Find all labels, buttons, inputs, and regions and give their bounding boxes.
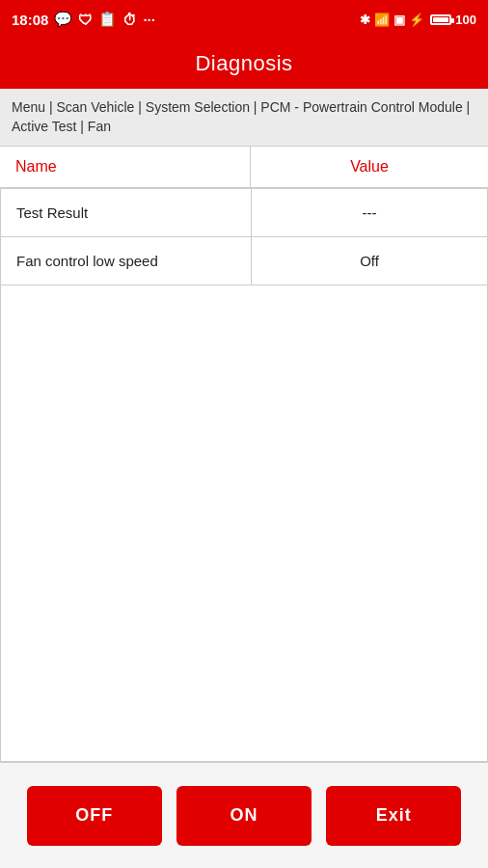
bluetooth-icon: ✱ [360, 13, 370, 27]
note-icon: 📋 [98, 11, 117, 28]
row-2-value: Off [252, 237, 487, 285]
time-display: 18:08 [12, 12, 48, 28]
wifi-icon: 📶 [374, 13, 390, 27]
row-1-value: --- [252, 189, 487, 236]
status-bar: 18:08 💬 🛡 📋 ⏱ ··· ✱ 📶 ▣ ⚡ 100 [0, 0, 488, 39]
table-body: Test Result --- Fan control low speed Of… [0, 189, 488, 762]
clock-icon: ⏱ [122, 12, 137, 28]
row-1-name: Test Result [1, 189, 252, 236]
battery-icon [430, 14, 451, 25]
menu-dots-icon: ··· [143, 12, 155, 28]
column-value-header: Value [251, 147, 488, 187]
on-button[interactable]: ON [176, 786, 312, 846]
status-right: ✱ 📶 ▣ ⚡ 100 [360, 13, 476, 27]
off-button[interactable]: OFF [27, 786, 162, 846]
exit-button[interactable]: Exit [326, 786, 461, 846]
status-left: 18:08 💬 🛡 📋 ⏱ ··· [12, 11, 155, 28]
message-icon: 💬 [54, 11, 72, 28]
signal-icon: ▣ [393, 13, 405, 27]
table-header: Name Value [0, 147, 488, 189]
column-name-header: Name [0, 147, 251, 187]
table-row: Fan control low speed Off [1, 237, 487, 285]
table-row: Test Result --- [1, 189, 487, 237]
shield-icon: 🛡 [78, 12, 93, 28]
app-header: Diagnosis [0, 39, 488, 89]
bottom-action-bar: OFF ON Exit [0, 762, 488, 868]
main-content: Menu | Scan Vehicle | System Selection |… [0, 89, 488, 868]
breadcrumb: Menu | Scan Vehicle | System Selection |… [0, 89, 488, 147]
row-2-name: Fan control low speed [1, 237, 252, 285]
lightning-icon: ⚡ [409, 13, 424, 27]
page-title: Diagnosis [195, 51, 292, 76]
battery-level: 100 [455, 13, 476, 27]
